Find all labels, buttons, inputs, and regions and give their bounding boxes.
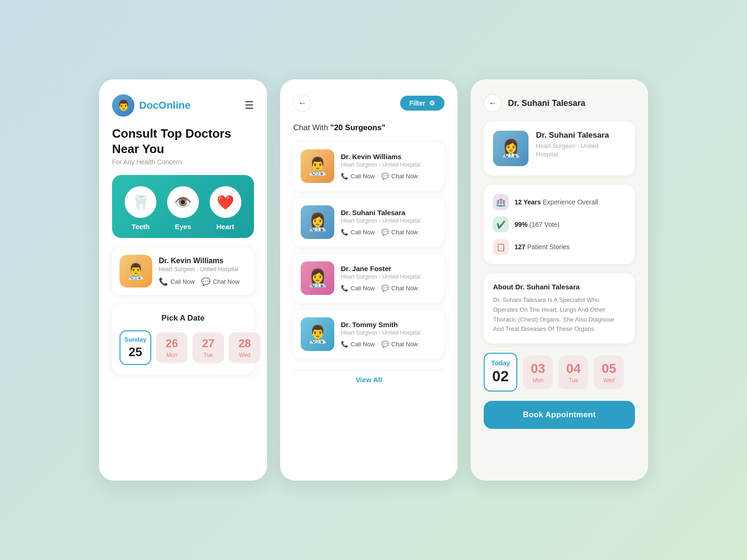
surgeon-card-1: 👩‍⚕️ Dr. Suhani Talesara Heart Surgeon -… xyxy=(293,198,444,246)
chat-icon: 💬 xyxy=(381,285,389,292)
call-icon: 📞 xyxy=(341,341,348,348)
profile-header: ← Dr. Suhani Talesara xyxy=(484,94,635,112)
surgeon-name-2: Dr. Jane Foster xyxy=(341,265,437,273)
date-p3-03-num: 03 xyxy=(531,361,545,376)
chat-surgeon-2-button[interactable]: 💬Chat Now xyxy=(381,285,418,292)
logo-area: 👨 DocOnline xyxy=(112,94,190,117)
date-item-25[interactable]: Sunday 25 xyxy=(120,330,151,365)
eyes-icon: 👁️ xyxy=(167,186,199,218)
headline-section: Consult Top DoctorsNear You For Any Heal… xyxy=(112,126,254,166)
profile-back-button[interactable]: ← xyxy=(484,94,501,112)
surgeon-actions-2: 📞Call Now 💬Chat Now xyxy=(341,285,437,292)
date-p3-05-day: Wed xyxy=(603,377,614,384)
date-picker: Pick A Date Sunday 25 26 Mon 27 Tue 28 W… xyxy=(112,304,254,374)
doctor-profile-name: Dr. Suhani Talesara xyxy=(536,131,609,140)
specialty-teeth[interactable]: 🦷 Teeth xyxy=(125,186,156,231)
surgeon-avatar-3: 👨‍⚕️ xyxy=(301,317,334,351)
surgeon-spec-1: Heart Surgeon - United Hospital xyxy=(341,217,437,224)
surgeon-section-title: Chat With "20 Surgeons" xyxy=(293,123,444,133)
view-all-button[interactable]: View All xyxy=(293,370,444,389)
panel-surgeons: ← Filter ⚙ Chat With "20 Surgeons" 👨‍⚕️ … xyxy=(280,79,458,481)
logo: DocOnline xyxy=(139,99,190,112)
featured-doctor-card: 👨‍⚕️ Dr. Kevin Williams Heart Surgeon - … xyxy=(112,247,254,295)
panel-home: 👨 DocOnline ☰ Consult Top DoctorsNear Yo… xyxy=(99,79,267,481)
about-card: About Dr. Suhani Talesara Dr. Suhani Tal… xyxy=(484,273,635,343)
user-avatar[interactable]: 👨 xyxy=(112,94,134,117)
about-text: Dr. Suhani Talesara Is A Specialist Who … xyxy=(493,295,626,334)
back-button[interactable]: ← xyxy=(293,94,311,112)
date-p3-04-num: 04 xyxy=(566,361,581,376)
call-now-button[interactable]: 📞 Call Now xyxy=(159,277,195,286)
date-25-day-word: Sunday xyxy=(125,336,147,343)
date-p3-today-label: Today xyxy=(491,359,510,367)
chat-icon: 💬 xyxy=(381,229,389,236)
filter-area: Filter ⚙ xyxy=(400,96,444,111)
surgeon-name-1: Dr. Suhani Talesara xyxy=(341,209,437,217)
date-row: Sunday 25 26 Mon 27 Tue 28 Wed xyxy=(120,330,247,365)
featured-doctor-specialty: Heart Surgeon - United Hospital xyxy=(159,266,247,273)
chat-now-button[interactable]: 💬 Chat Now xyxy=(201,277,240,286)
doctor-profile-avatar: 👩‍⚕️ xyxy=(493,131,529,166)
surgeon-nav: ← Filter ⚙ xyxy=(293,94,444,112)
call-surgeon-3-button[interactable]: 📞Call Now xyxy=(341,341,375,348)
surgeon-info-0: Dr. Kevin Williams Heart Surgeon - Unite… xyxy=(341,153,437,180)
call-surgeon-0-button[interactable]: 📞Call Now xyxy=(341,173,375,180)
logo-doc: Doc xyxy=(139,99,159,111)
filter-button[interactable]: Filter ⚙ xyxy=(400,96,444,111)
date-item-26[interactable]: 26 Mon xyxy=(156,332,188,363)
date-item-28[interactable]: 28 Wed xyxy=(229,332,261,363)
call-icon: 📞 xyxy=(159,277,168,286)
date-26-num: 26 xyxy=(166,337,178,350)
teeth-label: Teeth xyxy=(132,223,150,231)
call-icon: 📞 xyxy=(341,229,348,236)
date-p3-05[interactable]: 05 Wed xyxy=(594,356,624,389)
teeth-icon: 🦷 xyxy=(125,186,156,218)
surgeon-avatar-1: 👩‍⚕️ xyxy=(301,205,334,239)
chat-surgeon-3-button[interactable]: 💬Chat Now xyxy=(381,341,418,348)
experience-bold: 12 Years xyxy=(514,198,541,206)
experience-rest: Experience Overall xyxy=(541,198,598,206)
surgeon-info-2: Dr. Jane Foster Heart Surgeon - United H… xyxy=(341,265,437,292)
logo-online: Online xyxy=(159,99,190,111)
date-27-day: Tue xyxy=(204,352,213,358)
sub-headline: For Any Health Concern xyxy=(112,158,254,166)
surgeon-spec-0: Heart Surgeon - United Hospital xyxy=(341,161,437,168)
surgeon-avatar-2: 👩‍⚕️ xyxy=(301,261,334,295)
main-headline: Consult Top DoctorsNear You xyxy=(112,126,254,156)
chat-surgeon-0-button[interactable]: 💬Chat Now xyxy=(381,173,418,180)
date-p3-04[interactable]: 04 Tue xyxy=(558,356,588,389)
call-icon: 📞 xyxy=(341,285,348,292)
surgeon-actions-3: 📞Call Now 💬Chat Now xyxy=(341,341,437,348)
featured-doctor-avatar: 👨‍⚕️ xyxy=(120,255,152,287)
surgeon-actions-1: 📞Call Now 💬Chat Now xyxy=(341,229,437,236)
book-appointment-button[interactable]: Book Appointment xyxy=(484,401,635,429)
hamburger-icon[interactable]: ☰ xyxy=(245,99,254,112)
date-p3-02-num: 02 xyxy=(492,368,509,385)
date-28-num: 28 xyxy=(239,337,251,350)
heart-icon: ❤️ xyxy=(210,186,241,218)
stat-stories: 📋 127 Patient Stories xyxy=(493,239,626,255)
surgeon-info-1: Dr. Suhani Talesara Heart Surgeon - Unit… xyxy=(341,209,437,236)
header: 👨 DocOnline ☰ xyxy=(112,94,254,117)
stories-bold: 127 xyxy=(514,243,525,251)
specialty-heart[interactable]: ❤️ Heart xyxy=(210,186,241,231)
date-p3-02[interactable]: Today 02 xyxy=(484,353,517,392)
date-p3-03[interactable]: 03 Mon xyxy=(523,356,553,389)
chat-surgeon-1-button[interactable]: 💬Chat Now xyxy=(381,229,418,236)
specialty-eyes[interactable]: 👁️ Eyes xyxy=(167,186,199,231)
surgeon-spec-2: Heart Surgeon - United Hospital xyxy=(341,273,437,280)
date-p3-05-num: 05 xyxy=(602,361,616,376)
doctor-profile-specialty: Heart Surgeon - UnitedHospital xyxy=(536,142,609,159)
date-item-27[interactable]: 27 Tue xyxy=(192,332,224,363)
date-picker-title: Pick A Date xyxy=(120,314,247,323)
surgeon-list: 👨‍⚕️ Dr. Kevin Williams Heart Surgeon - … xyxy=(293,142,444,358)
heart-label: Heart xyxy=(216,223,234,231)
call-surgeon-2-button[interactable]: 📞Call Now xyxy=(341,285,375,292)
call-surgeon-1-button[interactable]: 📞Call Now xyxy=(341,229,375,236)
chat-icon: 💬 xyxy=(381,341,389,348)
date-p3-03-day: Mon xyxy=(533,377,543,384)
experience-icon: 🏥 xyxy=(493,194,509,210)
surgeon-avatar-0: 👨‍⚕️ xyxy=(301,149,334,183)
chat-icon: 💬 xyxy=(201,277,211,286)
surgeon-info-3: Dr. Tommy Smith Heart Surgeon - United H… xyxy=(341,321,437,348)
